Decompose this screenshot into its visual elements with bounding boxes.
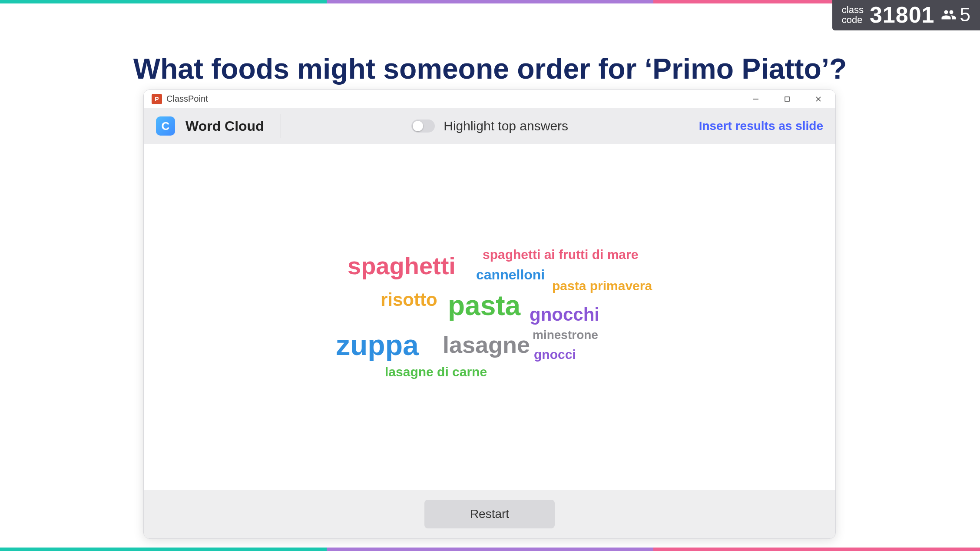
window-titlebar[interactable]: P ClassPoint bbox=[144, 90, 835, 108]
maximize-button[interactable] bbox=[774, 90, 801, 108]
word-gnocchi[interactable]: gnocchi bbox=[530, 305, 599, 324]
toggle-knob bbox=[413, 121, 423, 131]
toolbar: C Word Cloud Highlight top answers Inser… bbox=[144, 108, 835, 144]
classpoint-window: P ClassPoint C Word Cloud Highlight top … bbox=[143, 90, 836, 539]
word-pasta[interactable]: pasta bbox=[448, 292, 520, 319]
insert-results-link[interactable]: Insert results as slide bbox=[699, 119, 823, 133]
word-cannelloni[interactable]: cannelloni bbox=[476, 268, 545, 282]
class-code-label: class code bbox=[842, 5, 864, 25]
class-code-value: 31801 bbox=[870, 2, 935, 28]
svg-rect-1 bbox=[785, 97, 789, 101]
question-title: What foods might someone order for ‘Prim… bbox=[0, 52, 980, 85]
word-lasagne[interactable]: lasagne bbox=[443, 333, 530, 356]
highlight-toggle-label: Highlight top answers bbox=[444, 119, 568, 133]
word-cloud-area: spaghettispaghetti ai frutti di marecann… bbox=[144, 144, 835, 490]
bottom-accent-bar bbox=[0, 548, 980, 551]
word-spaghetti[interactable]: spaghetti bbox=[348, 254, 456, 278]
word-zuppa[interactable]: zuppa bbox=[336, 331, 419, 359]
highlight-toggle[interactable] bbox=[411, 119, 435, 133]
participant-count: 5 bbox=[941, 4, 970, 26]
word-gnocci[interactable]: gnocci bbox=[534, 348, 576, 361]
restart-button[interactable]: Restart bbox=[424, 500, 555, 528]
accent-seg-purple bbox=[327, 548, 653, 551]
close-button[interactable] bbox=[805, 90, 832, 108]
minimize-button[interactable] bbox=[742, 90, 769, 108]
word-spaghetti-ai-frutti-di-mare[interactable]: spaghetti ai frutti di mare bbox=[483, 248, 638, 261]
class-code-badge[interactable]: class code 31801 5 bbox=[832, 0, 980, 30]
toolbar-divider bbox=[281, 114, 281, 138]
classpoint-logo-icon: C bbox=[156, 116, 175, 136]
participant-count-value: 5 bbox=[960, 4, 970, 26]
accent-seg-pink bbox=[653, 548, 980, 551]
window-footer: Restart bbox=[144, 490, 835, 538]
accent-seg-teal bbox=[0, 548, 327, 551]
powerpoint-icon: P bbox=[152, 94, 162, 104]
word-lasagne-di-carne[interactable]: lasagne di carne bbox=[385, 365, 487, 378]
mode-label: Word Cloud bbox=[185, 118, 264, 134]
word-minestrone[interactable]: minestrone bbox=[533, 329, 598, 341]
word-risotto[interactable]: risotto bbox=[381, 291, 437, 309]
window-title: ClassPoint bbox=[166, 94, 208, 104]
accent-seg-teal bbox=[0, 0, 327, 3]
word-pasta-primavera[interactable]: pasta primavera bbox=[552, 279, 652, 292]
accent-seg-purple bbox=[327, 0, 653, 3]
people-icon bbox=[941, 7, 957, 23]
